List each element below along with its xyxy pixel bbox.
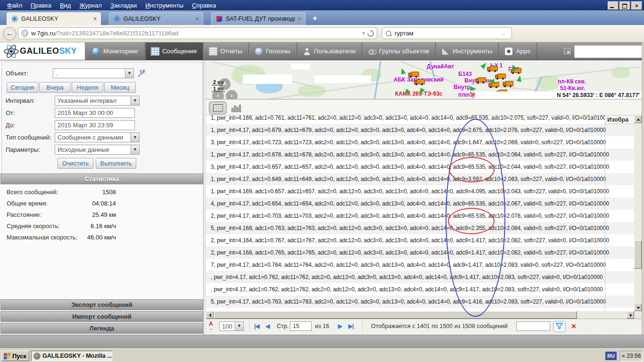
tab-close-icon[interactable]: ×	[196, 16, 199, 22]
to-input[interactable]: 2015 Март 30 23:59	[55, 120, 135, 130]
horizontal-scroll-thumb[interactable]	[214, 311, 577, 319]
main-nav-item[interactable]: Apps	[499, 42, 537, 60]
menu-item[interactable]: Файл	[3, 1, 26, 10]
chart-view-button[interactable]	[231, 103, 241, 112]
table-row[interactable]: 7, pwr_int=4.17, adc1=0.764, adc11=764, …	[206, 259, 634, 271]
map-pan-left-button[interactable]: ‹	[212, 90, 224, 99]
vertical-scrollbar[interactable]	[634, 115, 642, 319]
table-row[interactable]: 2, pwr_int=4.168, adc1=0.765, adc11=765,…	[206, 247, 634, 259]
reload-icon[interactable]	[366, 29, 375, 38]
filter-clear-icon[interactable]: ✕	[571, 321, 577, 331]
table-row[interactable]: , pwr_int=4.17, adc1=0.762, adc11=762, a…	[206, 283, 634, 296]
minimize-button[interactable]	[608, 1, 619, 10]
truck-icon[interactable]	[487, 66, 498, 72]
close-button[interactable]: ×	[631, 1, 642, 10]
table-filter-input[interactable]	[516, 321, 550, 331]
table-row[interactable]: , pwr_int=4.17, adc1=0.762, adc11=762, a…	[206, 271, 634, 283]
from-input[interactable]: 2015 Март 30 00:00	[55, 108, 135, 118]
table-row[interactable]: 4, pwr_int=4.17, adc1=0.654, adc11=654, …	[206, 197, 634, 210]
msgtype-select[interactable]: Сообщения с данными▼	[55, 132, 140, 142]
import-messages-bar[interactable]: Импорт сообщений	[0, 311, 203, 322]
menu-item[interactable]: Инструменты	[141, 1, 188, 10]
horizontal-scrollbar[interactable]	[206, 311, 634, 319]
menu-item[interactable]: Закладки	[106, 1, 141, 10]
menu-item[interactable]: Справка	[188, 1, 220, 10]
taskbar-window-button[interactable]: GALILEOSKY - Mozilla ...	[31, 351, 112, 361]
truck-icon[interactable]	[413, 79, 425, 85]
table-row[interactable]: 1, pwr_int=4.17, adc1=0.678, adc11=678, …	[206, 148, 634, 161]
table-row[interactable]: 1, pwr_int=4.166, adc1=0.761, adc11=761,…	[206, 115, 634, 124]
truck-icon[interactable]	[495, 74, 506, 80]
table-view-button[interactable]	[209, 101, 227, 115]
quick-range-button[interactable]: Сегодня	[7, 82, 38, 93]
table-row[interactable]: 1, pwr_int=4.17, adc1=0.649, adc11=649, …	[206, 173, 634, 185]
user-panel[interactable]	[574, 45, 643, 58]
legend-bar[interactable]: Легенда	[0, 323, 203, 334]
search-bar[interactable]: гуртам →	[382, 27, 512, 39]
statistics-header[interactable]: Статистика	[0, 173, 203, 184]
search-input[interactable]: гуртам	[395, 30, 498, 37]
tab-close-icon[interactable]: ×	[298, 16, 301, 22]
map-pan-up-button[interactable]: ∧	[219, 78, 231, 90]
first-page-button[interactable]: |◀	[254, 321, 259, 331]
messages-table[interactable]: 1, pwr_int=4.166, adc1=0.761, adc11=761,…	[206, 115, 634, 311]
table-row[interactable]: 3, pwr_int=4.17, adc1=0.723, adc11=723, …	[206, 136, 634, 148]
main-nav-item[interactable]: Геозоны	[249, 42, 297, 60]
map-view[interactable]: 2 км 1 mi ∧ ‹ › ДунайАвтЬУ 1ГУ 1АБК Заво…	[206, 61, 642, 99]
quick-range-button[interactable]: Вчера	[39, 82, 71, 93]
url-bar[interactable]: w.7gis.ru/?sid=2139234718e7e6e821f312b11…	[18, 27, 377, 39]
run-button[interactable]: Выполнить	[96, 158, 136, 169]
popup-window-icon[interactable]	[564, 48, 570, 54]
page-size-select[interactable]: 100▼	[219, 321, 244, 331]
main-nav-item[interactable]: Группы объектов	[362, 42, 436, 60]
quick-range-button[interactable]: Неделя	[72, 82, 103, 93]
browser-tab[interactable]: GALILEOSKY ×	[7, 12, 101, 25]
main-nav-item[interactable]: Инструменты	[436, 42, 499, 60]
vertical-scroll-thumb[interactable]	[634, 240, 642, 269]
page-scrollbar-strip[interactable]	[642, 42, 644, 335]
back-button[interactable]: ←	[3, 27, 17, 41]
tray-expand-icon[interactable]: «	[622, 353, 625, 359]
browser-tab[interactable]: SAT-FUEL ДУТ производств... ×	[211, 12, 305, 25]
page-number-input[interactable]: 15	[290, 321, 312, 331]
menu-item[interactable]: Правка	[26, 1, 56, 10]
table-row[interactable]: 3, pwr_int=4.17, adc1=0.657, adc11=657, …	[206, 161, 634, 173]
truck-icon[interactable]	[475, 77, 486, 83]
object-select[interactable]: .▼	[53, 68, 134, 78]
url-dropdown-icon[interactable]: ▾	[360, 30, 367, 36]
scroll-right-button[interactable]	[627, 311, 634, 319]
table-row[interactable]: 1, pwr_int=4.169, adc1=0.657, adc11=657,…	[206, 185, 634, 197]
scroll-down-button[interactable]	[634, 304, 642, 311]
next-page-button[interactable]: ▶	[338, 321, 342, 331]
clear-button[interactable]: Очистить	[58, 158, 93, 169]
main-nav-item[interactable]: Пользователи	[297, 42, 362, 60]
table-row[interactable]: 2, pwr_int=4.17, adc1=0.703, adc11=703, …	[206, 210, 634, 222]
export-messages-bar[interactable]: Экспорт сообщений	[0, 299, 203, 310]
params-select[interactable]: Исходные данные▼	[55, 145, 140, 155]
table-row[interactable]: 1, pwr_int=4.17, adc1=0.679, adc11=679, …	[206, 124, 634, 136]
wrench-icon[interactable]	[138, 70, 146, 77]
main-nav-item[interactable]: Мониторинг	[86, 42, 145, 60]
main-nav-item[interactable]: Сообщения	[145, 42, 203, 60]
new-tab-button[interactable]: +	[309, 13, 321, 24]
search-go-icon[interactable]: →	[498, 31, 508, 36]
scroll-up-button[interactable]	[634, 115, 642, 123]
last-page-button[interactable]: ▶|	[348, 321, 354, 331]
truck-icon[interactable]	[408, 72, 419, 78]
autofit-icon[interactable]: A↔	[209, 321, 213, 331]
map-pan-right-button[interactable]: ›	[226, 90, 238, 99]
tray-clock[interactable]: «23:56	[619, 351, 643, 362]
filter-funnel-button[interactable]	[553, 321, 566, 332]
quick-range-button[interactable]: Месяц	[104, 82, 136, 93]
browser-tab[interactable]: GALILEOSKY ×	[109, 12, 203, 25]
interval-select[interactable]: Указанный интервал▼	[55, 96, 140, 106]
menu-item[interactable]: Вид	[56, 1, 75, 10]
table-row[interactable]: 5, pwr_int=4.17, adc1=0.763, adc11=763, …	[206, 296, 634, 308]
start-button[interactable]: Пуск	[1, 351, 29, 361]
scroll-left-button[interactable]	[206, 311, 214, 319]
restore-button[interactable]	[619, 1, 630, 10]
truck-icon[interactable]	[502, 81, 513, 87]
main-nav-item[interactable]: Отчеты	[203, 42, 249, 60]
table-row[interactable]: 5, pwr_int=4.168, adc1=0.763, adc11=763,…	[206, 222, 634, 234]
menu-item[interactable]: Журнал	[75, 1, 106, 10]
